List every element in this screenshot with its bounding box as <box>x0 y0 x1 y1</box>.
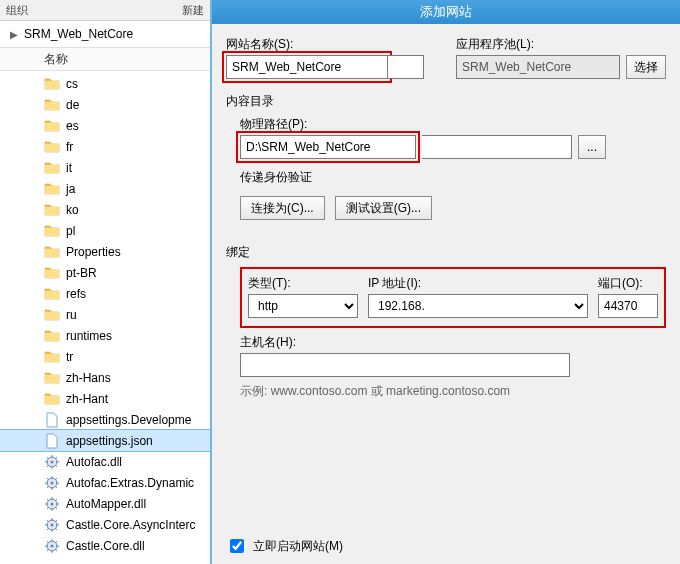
list-item[interactable]: runtimes <box>0 325 210 346</box>
physical-path-input[interactable] <box>240 135 416 159</box>
add-website-dialog: 添加网站 网站名称(S): 应用程序池(L): 选择 内容目录 物理路径(P): <box>212 0 680 564</box>
app-pool-input <box>456 55 620 79</box>
json-icon <box>44 412 60 428</box>
folder-icon <box>44 118 60 134</box>
list-item-label: zh-Hans <box>66 371 111 385</box>
list-item-label: tr <box>66 350 73 364</box>
list-item[interactable]: Castle.Core.dll <box>0 535 210 556</box>
list-item-label: Castle.Core.dll <box>66 539 145 553</box>
folder-icon <box>44 244 60 260</box>
dll-icon <box>44 538 60 554</box>
list-item-label: es <box>66 119 79 133</box>
list-item[interactable]: AutoMapper.dll <box>0 493 210 514</box>
dll-icon <box>44 454 60 470</box>
list-item-label: de <box>66 98 79 112</box>
binding-label: 绑定 <box>226 244 666 261</box>
start-now-checkbox[interactable] <box>230 539 244 553</box>
folder-icon <box>44 370 60 386</box>
list-item[interactable]: appsettings.json <box>0 430 210 451</box>
folder-icon <box>44 328 60 344</box>
org-label: 组织 <box>6 3 28 18</box>
folder-icon <box>44 97 60 113</box>
ip-select[interactable]: 192.168. <box>368 294 588 318</box>
folder-icon <box>44 76 60 92</box>
folder-icon <box>44 349 60 365</box>
list-item[interactable]: tr <box>0 346 210 367</box>
list-item-label: Autofac.dll <box>66 455 122 469</box>
list-item[interactable]: refs <box>0 283 210 304</box>
list-item-label: Autofac.Extras.Dynamic <box>66 476 194 490</box>
list-item[interactable]: ja <box>0 178 210 199</box>
ip-label: IP 地址(I): <box>368 275 588 292</box>
list-item-label: zh-Hant <box>66 392 108 406</box>
list-item-label: Properties <box>66 245 121 259</box>
list-item-label: ru <box>66 308 77 322</box>
list-item[interactable]: Autofac.dll <box>0 451 210 472</box>
explorer-toolbar: 组织 新建 <box>0 0 210 21</box>
folder-icon <box>44 223 60 239</box>
list-item[interactable]: Castle.Core.AsyncInterc <box>0 514 210 535</box>
breadcrumb[interactable]: ▶ SRM_Web_NetCore <box>0 21 210 48</box>
connect-as-button[interactable]: 连接为(C)... <box>240 196 325 220</box>
physical-path-input-extra[interactable] <box>422 135 572 159</box>
file-explorer-pane: 组织 新建 ▶ SRM_Web_NetCore 名称 csdeesfritjak… <box>0 0 212 564</box>
folder-icon <box>44 286 60 302</box>
list-item-label: pt-BR <box>66 266 97 280</box>
select-app-pool-button[interactable]: 选择 <box>626 55 666 79</box>
list-item[interactable]: zh-Hans <box>0 367 210 388</box>
type-select[interactable]: http <box>248 294 358 318</box>
host-label: 主机名(H): <box>240 334 666 351</box>
list-item[interactable]: pl <box>0 220 210 241</box>
folder-icon <box>44 202 60 218</box>
list-item[interactable]: Properties <box>0 241 210 262</box>
list-item-label: pl <box>66 224 75 238</box>
host-example: 示例: www.contoso.com 或 marketing.contoso.… <box>240 383 666 400</box>
svg-point-3 <box>51 481 54 484</box>
file-list[interactable]: csdeesfritjakoplPropertiespt-BRrefsrurun… <box>0 71 210 564</box>
port-label: 端口(O): <box>598 275 658 292</box>
site-name-input-extra[interactable] <box>388 55 424 79</box>
list-item-label: cs <box>66 77 78 91</box>
app-pool-label: 应用程序池(L): <box>456 36 620 53</box>
folder-icon <box>44 181 60 197</box>
port-input[interactable] <box>598 294 658 318</box>
list-item[interactable]: Autofac.Extras.Dynamic <box>0 472 210 493</box>
dll-icon <box>44 475 60 491</box>
list-item[interactable]: cs <box>0 73 210 94</box>
list-item[interactable]: pt-BR <box>0 262 210 283</box>
dll-icon <box>44 496 60 512</box>
svg-point-7 <box>51 523 54 526</box>
list-item-label: refs <box>66 287 86 301</box>
list-item[interactable]: de <box>0 94 210 115</box>
list-item[interactable]: it <box>0 157 210 178</box>
list-item[interactable]: zh-Hant <box>0 388 210 409</box>
list-item[interactable]: fr <box>0 136 210 157</box>
svg-point-5 <box>51 502 54 505</box>
test-settings-button[interactable]: 测试设置(G)... <box>335 196 432 220</box>
chevron-right-icon: ▶ <box>10 29 18 40</box>
list-item-label: AutoMapper.dll <box>66 497 146 511</box>
browse-button[interactable]: ... <box>578 135 606 159</box>
column-header-name[interactable]: 名称 <box>0 48 210 71</box>
list-item[interactable]: appsettings.Developme <box>0 409 210 430</box>
list-item[interactable]: ko <box>0 199 210 220</box>
list-item-label: fr <box>66 140 73 154</box>
folder-icon <box>44 139 60 155</box>
type-label: 类型(T): <box>248 275 358 292</box>
site-name-input[interactable] <box>226 55 388 79</box>
list-item[interactable]: ru <box>0 304 210 325</box>
svg-point-9 <box>51 544 54 547</box>
list-item-label: appsettings.json <box>66 434 153 448</box>
host-input[interactable] <box>240 353 570 377</box>
list-item[interactable]: es <box>0 115 210 136</box>
breadcrumb-current: SRM_Web_NetCore <box>24 27 133 41</box>
json-icon <box>44 433 60 449</box>
passthru-auth-label: 传递身份验证 <box>240 169 666 186</box>
new-label[interactable]: 新建 <box>182 3 204 18</box>
list-item-label: ja <box>66 182 75 196</box>
dialog-title: 添加网站 <box>212 0 680 24</box>
folder-icon <box>44 160 60 176</box>
list-item-label: appsettings.Developme <box>66 413 191 427</box>
list-item-label: Castle.Core.AsyncInterc <box>66 518 195 532</box>
folder-icon <box>44 391 60 407</box>
